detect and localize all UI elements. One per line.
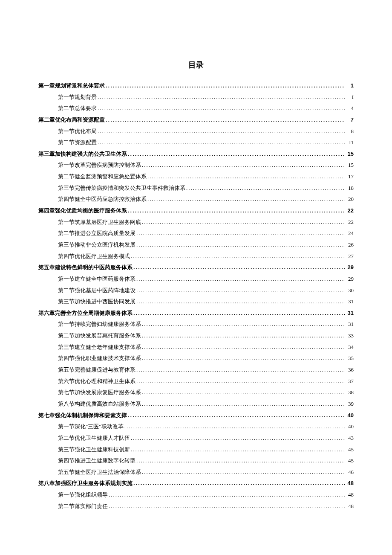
toc-leader-dots — [98, 137, 345, 148]
toc-section-row: 第八节构建优质高效血站服务体系39 — [38, 398, 354, 410]
toc-section-row: 第三节加快推进中西医协同发展31 — [38, 296, 354, 308]
toc-leader-dots — [106, 114, 345, 126]
toc-section-row: 第一节改革完善疾病预防控制体系15 — [38, 160, 354, 171]
toc-entry-page: 31 — [346, 319, 354, 330]
toc-entry-label: 第二节强化基层中医药阵地建设 — [58, 285, 135, 296]
toc-entry-page: 8 — [346, 126, 354, 137]
toc-entry-page: 45 — [346, 455, 354, 467]
toc-entry-label: 第一节改革完善疾病预防控制体系 — [58, 160, 141, 171]
toc-entry-page: I1 — [346, 137, 354, 148]
toc-entry-page: 4 — [346, 103, 354, 114]
toc-section-row: 第二节加快发展普惠托育服务体系33 — [38, 330, 354, 342]
toc-leader-dots — [136, 273, 345, 285]
toc-section-row: 第四节推进卫生健康数字化转型45 — [38, 455, 354, 467]
toc-leader-dots — [98, 92, 345, 103]
toc-chapter-row: 第六章完善全方位全周期健康服务体系31 — [38, 308, 354, 319]
toc-entry-label: 第一节规划背景 — [58, 92, 97, 103]
toc-entry-label: 第二节健全监测预警和应急处置体系 — [58, 171, 147, 183]
toc-entry-page: I — [346, 92, 354, 103]
toc-entry-page: 40 — [346, 421, 354, 433]
toc-section-row: 第一节深化"三医"联动改革40 — [38, 421, 354, 433]
toc-entry-page: 29 — [346, 262, 354, 273]
toc-chapter-row: 第五章建设特色鲜明的中医药服务体系29 — [38, 262, 354, 273]
toc-entry-label: 第五节完善健康促进与教育体系 — [58, 364, 135, 376]
table-of-contents: 第一章规划背景和总体要求1第一节规划背景I第二节总体要求4第二章优化布局和资源配… — [38, 80, 354, 512]
toc-leader-dots — [133, 262, 345, 273]
toc-leader-dots — [186, 183, 345, 194]
toc-leader-dots — [131, 251, 345, 262]
toc-entry-label: 第二节推进公立医院高质量发展 — [58, 228, 135, 239]
toc-leader-dots — [131, 444, 345, 456]
toc-entry-page: 7 — [346, 114, 354, 126]
toc-entry-label: 第五节健全医疗卫生法治保障体系 — [58, 467, 141, 478]
toc-leader-dots — [142, 398, 345, 410]
toc-entry-label: 第七章强化体制机制保障和要素支撑 — [38, 410, 127, 421]
toc-entry-label: 第一节筑厚基层医疗卫生服务网底 — [58, 217, 141, 228]
toc-entry-page: 35 — [346, 353, 354, 364]
toc-section-row: 第二节强化基层中医药阵地建设30 — [38, 285, 354, 296]
toc-entry-label: 第一节优化布局 — [58, 126, 97, 137]
toc-section-row: 第二节优化卫生健康人才队伍43 — [38, 433, 354, 444]
toc-entry-page: 48 — [346, 501, 354, 512]
toc-entry-label: 第二节优化卫生健康人才队伍 — [58, 433, 130, 444]
toc-leader-dots — [142, 353, 345, 364]
toc-entry-label: 第一节持续完善妇幼健康服务体系 — [58, 319, 141, 330]
toc-leader-dots — [136, 364, 345, 376]
toc-leader-dots — [109, 501, 345, 512]
toc-section-row: 第一节优化布局8 — [38, 126, 354, 137]
toc-entry-page: 39 — [346, 398, 354, 410]
toc-entry-page: 18 — [346, 183, 354, 194]
toc-entry-page: 15 — [346, 160, 354, 171]
toc-entry-page: 48 — [346, 478, 354, 489]
toc-section-row: 第三节建立健全老年健康支撑体系34 — [38, 342, 354, 353]
toc-entry-label: 第四节强化职业健康技术支撑体系 — [58, 353, 141, 364]
toc-entry-page: 37 — [346, 376, 354, 387]
toc-section-row: 第一节筑厚基层医疗卫生服务网底22 — [38, 217, 354, 228]
toc-section-row: 第七节加快发展康复医疗服务体系38 — [38, 387, 354, 398]
toc-section-row: 第二节落实部门责任48 — [38, 501, 354, 512]
toc-leader-dots — [128, 148, 345, 160]
toc-entry-label: 第四节优化医疗卫生服务模式 — [58, 251, 130, 262]
toc-section-row: 第三节完善传染病疫情和突发公共卫生事件救治体系18 — [38, 183, 354, 194]
toc-entry-label: 第三节建立健全老年健康支撑体系 — [58, 342, 141, 353]
toc-entry-page: 48 — [346, 489, 354, 501]
toc-chapter-row: 第八章加强医疗卫生服务体系规划实施48 — [38, 478, 354, 489]
toc-entry-page: 17 — [346, 171, 354, 183]
toc-leader-dots — [98, 126, 345, 137]
toc-leader-dots — [136, 455, 345, 467]
toc-entry-page: 24 — [346, 228, 354, 239]
toc-section-row: 第五节健全医疗卫生法治保障体系46 — [38, 467, 354, 478]
toc-entry-label: 第一节建立健全中医药服务体系 — [58, 273, 135, 285]
toc-leader-dots — [98, 103, 345, 114]
toc-section-row: 第四节健全中医药应急防控救治体系20 — [38, 194, 354, 205]
toc-leader-dots — [136, 285, 345, 296]
toc-entry-label: 第二节加快发展普惠托育服务体系 — [58, 330, 141, 342]
toc-entry-label: 第八章加强医疗卫生服务体系规划实施 — [38, 478, 133, 489]
toc-entry-label: 第三章加快构建强大的公共卫生体系 — [38, 148, 127, 160]
toc-leader-dots — [142, 319, 345, 330]
toc-leader-dots — [142, 467, 345, 478]
toc-entry-page: 36 — [346, 364, 354, 376]
toc-section-row: 第二节健全监测预警和应急处置体系17 — [38, 171, 354, 183]
toc-section-row: 第四节强化职业健康技术支撑体系35 — [38, 353, 354, 364]
toc-entry-label: 第八节构建优质高效血站服务体系 — [58, 398, 141, 410]
toc-entry-page: 22 — [346, 217, 354, 228]
toc-entry-page: 26 — [346, 239, 354, 251]
toc-chapter-row: 第一章规划背景和总体要求1 — [38, 80, 354, 92]
toc-entry-label: 第三节完善传染病疫情和突发公共卫生事件救治体系 — [58, 183, 185, 194]
toc-entry-page: 43 — [346, 433, 354, 444]
toc-leader-dots — [142, 330, 345, 342]
toc-entry-page: 15 — [346, 148, 354, 160]
toc-section-row: 第一节建立健全中医药服务体系29 — [38, 273, 354, 285]
toc-chapter-row: 第七章强化体制机制保障和要素支撑40 — [38, 410, 354, 421]
toc-entry-page: 38 — [346, 387, 354, 398]
toc-entry-page: 31 — [346, 296, 354, 308]
toc-entry-label: 第一节深化"三医"联动改革 — [58, 421, 124, 433]
toc-section-row: 第一节持续完善妇幼健康服务体系31 — [38, 319, 354, 330]
toc-section-row: 第六节优化心理和精神卫生体系37 — [38, 376, 354, 387]
toc-entry-page: 34 — [346, 342, 354, 353]
toc-entry-label: 第四节推进卫生健康数字化转型 — [58, 455, 135, 467]
toc-section-row: 第二节资源配置I1 — [38, 137, 354, 148]
toc-leader-dots — [133, 308, 345, 319]
toc-leader-dots — [136, 296, 345, 308]
